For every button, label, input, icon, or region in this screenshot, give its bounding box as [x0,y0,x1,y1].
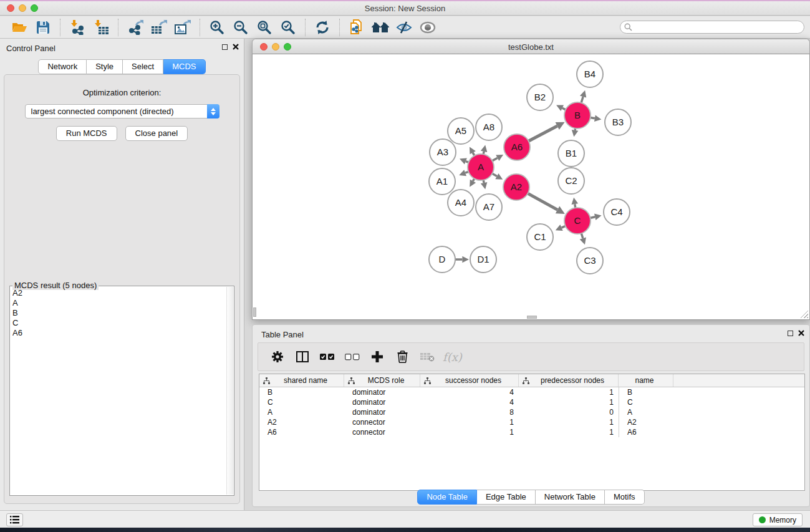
table-row[interactable]: Cdominator41C [259,397,804,407]
graph-edge-C-C1[interactable] [556,225,566,231]
graph-node-D1[interactable]: D1 [470,246,496,273]
graph-node-B2[interactable]: B2 [527,84,553,110]
graph-edge-A-A2[interactable] [492,173,503,180]
zoom-out-button[interactable] [231,18,251,37]
graph-node-A4[interactable]: A4 [448,190,474,216]
graph-node-D[interactable]: D [429,246,455,273]
graph-edge-D-D1[interactable] [455,256,469,263]
run-mcds-button[interactable]: Run MCDS [56,126,117,141]
hide-visual-button[interactable] [394,18,414,37]
export-image-button[interactable] [173,18,193,37]
import-network-button[interactable] [67,18,87,37]
tab-style[interactable]: Style [87,59,123,74]
add-column-button[interactable] [367,347,388,367]
graph-node-C2[interactable]: C2 [558,168,584,194]
graph-edge-C-C3[interactable] [580,233,586,244]
float-panel-icon[interactable] [222,44,228,50]
graph-edge-A-A3[interactable] [460,158,468,165]
home-layout-button[interactable] [370,18,390,37]
graph-node-A1[interactable]: A1 [429,168,455,195]
delete-column-button[interactable] [392,347,413,367]
save-session-button[interactable] [33,18,53,37]
export-network-button[interactable] [125,18,145,37]
graph-edge-B-B2[interactable] [556,105,566,111]
tab-select[interactable]: Select [123,59,163,74]
column-header-name[interactable]: name [619,374,673,387]
search-field[interactable] [620,21,804,34]
graph-edge-B-B3[interactable] [591,115,602,122]
close-panel-button[interactable]: Close panel [125,126,188,141]
tab-network-table[interactable]: Network Table [536,490,605,505]
zoom-fit-button[interactable] [254,18,274,37]
tab-node-table[interactable]: Node Table [417,490,477,505]
result-item[interactable]: A2 [12,288,225,298]
graph-edge-C-C2[interactable] [572,198,579,208]
graph-edge-B-B4[interactable] [580,90,586,103]
task-history-button[interactable] [6,513,23,526]
result-scrollbar[interactable] [226,287,233,495]
deselect-all-button[interactable] [342,347,363,367]
table-row[interactable]: A2connector11A2 [259,417,804,427]
graph-node-C[interactable]: C [564,208,591,234]
result-item[interactable]: B [12,308,225,318]
graph-node-A2[interactable]: A2 [503,174,529,200]
horizontal-scroll-thumb[interactable] [527,316,537,319]
graph-node-A3[interactable]: A3 [430,139,456,165]
graph-node-C4[interactable]: C4 [604,199,630,225]
refresh-button[interactable] [312,18,332,37]
result-item[interactable]: A6 [12,328,225,338]
resize-grip[interactable] [800,310,808,318]
graph-node-C1[interactable]: C1 [527,224,553,250]
close-table-panel-icon[interactable] [798,330,804,336]
zoom-selected-button[interactable] [278,18,298,37]
graph-node-B3[interactable]: B3 [605,109,631,135]
search-input[interactable] [632,22,804,32]
graph-node-B[interactable]: B [564,102,591,128]
graph-edge-C-C4[interactable] [590,214,601,220]
show-columns-button[interactable] [292,347,313,367]
zoom-in-button[interactable] [207,18,227,37]
graph-edge-A-A5[interactable] [470,147,476,155]
memory-button[interactable]: Memory [753,513,803,526]
graph-edge-A-A8[interactable] [481,145,487,154]
table-row[interactable]: Bdominator41B [259,387,804,397]
column-header-shared-name[interactable]: shared name [259,374,344,387]
graph-edge-A-A6[interactable] [492,155,503,161]
network-canvas[interactable]: B4B2BB3A8A5A6A3B1AC2A1A2A4A7C4CC1C3DD1 [252,54,810,320]
close-panel-icon[interactable] [233,44,239,50]
table-row[interactable]: Adominator80A [259,407,804,417]
float-table-panel-icon[interactable] [788,331,793,336]
tab-network[interactable]: Network [38,59,87,74]
graph-edge-A-A7[interactable] [481,180,487,190]
result-item[interactable]: A [12,298,225,308]
column-header-successor-nodes[interactable]: successor nodes [420,374,519,387]
graph-edge-A-A4[interactable] [470,178,476,186]
graph-node-A7[interactable]: A7 [476,194,502,220]
graph-edge-A6-B[interactable] [529,122,565,142]
table-row[interactable]: A6connector11A6 [259,427,804,437]
graph-node-B4[interactable]: B4 [577,61,603,87]
column-header-MCDS-role[interactable]: MCDS role [344,374,420,387]
table-settings-button[interactable] [267,347,288,367]
graph-node-B1[interactable]: B1 [558,140,584,167]
graph-edge-A-A1[interactable] [459,170,468,176]
show-visual-button[interactable] [418,18,438,37]
vertical-scroll-thumb[interactable] [253,307,256,317]
graph-node-C3[interactable]: C3 [577,248,603,274]
column-header-predecessor-nodes[interactable]: predecessor nodes [519,374,619,387]
result-item[interactable]: C [12,318,225,328]
copy-network-button[interactable] [347,18,367,37]
tab-edge-table[interactable]: Edge Table [477,490,536,505]
tab-mcds[interactable]: MCDS [163,59,205,74]
network-window-titlebar[interactable]: testGlobe.txt [252,39,810,54]
graph-edge-A2-C[interactable] [528,193,564,214]
export-table-button[interactable] [149,18,169,37]
select-all-button[interactable] [317,347,338,367]
graph-node-A6[interactable]: A6 [504,134,530,160]
criterion-dropdown[interactable]: largest connected component (directed) [25,104,219,118]
graph-node-A[interactable]: A [468,154,494,180]
import-table-button[interactable] [91,18,111,37]
graph-node-A5[interactable]: A5 [448,118,474,144]
open-session-button[interactable] [9,18,29,37]
tab-motifs[interactable]: Motifs [605,490,645,505]
